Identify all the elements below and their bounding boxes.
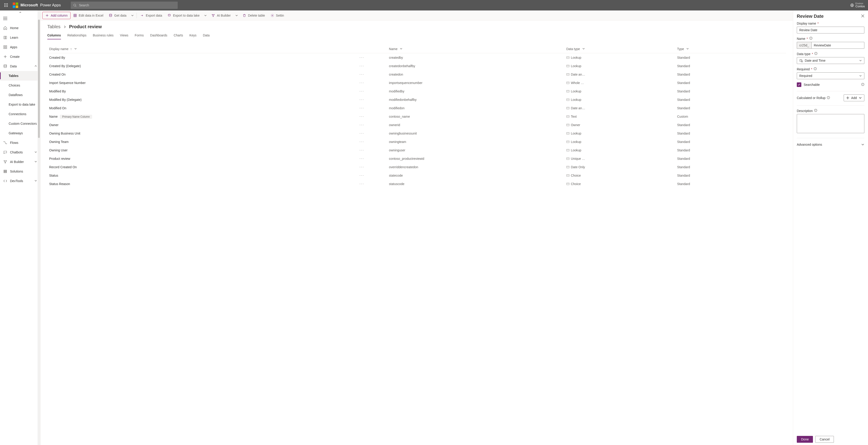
chevron-down-icon[interactable] — [582, 47, 585, 51]
row-actions-button[interactable]: ··· — [360, 97, 364, 102]
row-actions-button[interactable]: ··· — [360, 181, 364, 186]
nav-scroll-up[interactable] — [0, 10, 40, 14]
info-icon[interactable] — [814, 52, 817, 56]
nav-subitem-gateways[interactable]: Gateways — [0, 128, 40, 138]
panel-close-button[interactable] — [861, 14, 864, 18]
searchable-checkbox[interactable] — [797, 82, 801, 87]
nav-scrollbar[interactable] — [37, 10, 40, 445]
nav-item-create[interactable]: Create — [0, 52, 40, 61]
info-icon[interactable] — [814, 109, 817, 113]
nav-scrollbar-thumb[interactable] — [38, 20, 40, 138]
required-select[interactable]: Required — [797, 72, 864, 79]
row-actions-button[interactable]: ··· — [360, 173, 364, 178]
ai-builder-dropdown[interactable] — [234, 14, 240, 17]
export-data-button[interactable]: Export data — [138, 12, 165, 19]
chevron-down-icon[interactable] — [686, 47, 689, 51]
nav-item-apps[interactable]: Apps — [0, 42, 40, 52]
nav-item-home[interactable]: Home — [0, 23, 40, 33]
chevron-down-icon[interactable] — [74, 47, 77, 51]
table-row[interactable]: Created By (Delegate)···createdonbehalfb… — [47, 62, 786, 70]
nav-subitem-dataflows[interactable]: Dataflows — [0, 90, 40, 100]
nav-item-learn[interactable]: Learn — [0, 33, 40, 42]
description-textarea[interactable] — [797, 114, 864, 133]
nav-item-chatbots[interactable]: Chatbots — [0, 148, 40, 157]
tab-charts[interactable]: Charts — [174, 33, 183, 39]
row-actions-button[interactable]: ··· — [360, 114, 364, 119]
table-row[interactable]: Modified On···modifiedonDate an…Standard — [47, 104, 786, 112]
get-data-button[interactable]: Get data — [106, 12, 129, 19]
col-type-header[interactable]: Type — [675, 45, 786, 53]
breadcrumb-parent[interactable]: Tables — [47, 24, 61, 29]
col-datatype-header[interactable]: Data type — [564, 45, 675, 53]
nav-subitem-custom-connectors[interactable]: Custom Connectors — [0, 119, 40, 128]
tab-dashboards[interactable]: Dashboards — [150, 33, 167, 39]
tab-business-rules[interactable]: Business rules — [93, 33, 114, 39]
delete-table-button[interactable]: Delete table — [240, 12, 268, 19]
tab-columns[interactable]: Columns — [47, 33, 61, 39]
table-row[interactable]: Owning User···owninguserLookupStandard — [47, 146, 786, 154]
row-actions-button[interactable]: ··· — [360, 89, 364, 93]
table-row[interactable]: Record Created On···overriddencreatedonD… — [47, 163, 786, 171]
environment-picker[interactable]: Environ Contos — [856, 2, 865, 8]
ai-builder-button[interactable]: AI Builder — [209, 12, 234, 19]
nav-subitem-connections[interactable]: Connections — [0, 109, 40, 119]
data-type-select[interactable]: Date and Time — [797, 57, 864, 64]
chevron-down-icon[interactable] — [400, 47, 402, 51]
global-search[interactable] — [71, 2, 178, 9]
table-row[interactable]: Created By···createdbyLookupStandard — [47, 53, 786, 62]
table-row[interactable]: Product review···contoso_productreviewid… — [47, 154, 786, 163]
tab-views[interactable]: Views — [120, 33, 128, 39]
nav-collapse-button[interactable] — [0, 14, 40, 23]
export-to-datalake-dropdown[interactable] — [202, 14, 209, 17]
table-row[interactable]: Modified By···modifiedbyLookupStandard — [47, 87, 786, 95]
row-actions-button[interactable]: ··· — [360, 63, 364, 68]
display-name-input[interactable] — [797, 27, 864, 33]
col-name-header[interactable]: Name — [387, 45, 564, 53]
cancel-button[interactable]: Cancel — [815, 436, 834, 443]
advanced-options-toggle[interactable]: Advanced options — [797, 143, 864, 146]
table-row[interactable]: Modified By (Delegate)···modifiedonbehal… — [47, 95, 786, 104]
table-row[interactable]: Owning Business Unit···owningbusinessuni… — [47, 129, 786, 138]
tab-data[interactable]: Data — [203, 33, 210, 39]
nav-item-ai-builder[interactable]: AI Builder — [0, 157, 40, 167]
nav-subitem-choices[interactable]: Choices — [0, 81, 40, 90]
name-input[interactable] — [811, 42, 864, 49]
nav-subitem-tables[interactable]: Tables — [0, 71, 40, 81]
info-icon[interactable] — [827, 96, 830, 100]
table-row[interactable]: Owning Team···owningteamLookupStandard — [47, 138, 786, 146]
done-button[interactable]: Done — [797, 436, 813, 443]
tab-keys[interactable]: Keys — [189, 33, 196, 39]
export-to-datalake-button[interactable]: Export to data lake — [165, 12, 202, 19]
row-actions-button[interactable]: ··· — [360, 72, 364, 77]
row-actions-button[interactable]: ··· — [360, 165, 364, 169]
col-display-name-header[interactable]: Display name ↑ — [47, 45, 358, 53]
row-actions-button[interactable]: ··· — [360, 106, 364, 110]
search-input[interactable] — [79, 3, 176, 7]
nav-item-data[interactable]: Data — [0, 61, 40, 71]
table-row[interactable]: Created On···createdonDate an…Standard — [47, 70, 786, 79]
get-data-dropdown[interactable] — [129, 14, 135, 17]
edit-in-excel-button[interactable]: Edit data in Excel — [70, 12, 106, 19]
table-row[interactable]: NamePrimary Name Column···contoso_nameTe… — [47, 112, 786, 121]
nav-item-flows[interactable]: Flows — [0, 138, 40, 148]
row-actions-button[interactable]: ··· — [360, 80, 364, 85]
row-actions-button[interactable]: ··· — [360, 122, 364, 127]
table-row[interactable]: Owner···owneridOwnerStandard — [47, 121, 786, 129]
info-icon[interactable] — [814, 67, 817, 71]
add-column-button[interactable]: Add column — [42, 12, 70, 19]
row-actions-button[interactable]: ··· — [360, 131, 364, 136]
row-actions-button[interactable]: ··· — [360, 156, 364, 161]
nav-item-devtools[interactable]: DevTools — [0, 176, 40, 186]
row-actions-button[interactable]: ··· — [360, 148, 364, 152]
table-row[interactable]: Status···statecodeChoiceStandard — [47, 171, 786, 180]
tab-relationships[interactable]: Relationships — [67, 33, 87, 39]
nav-item-solutions[interactable]: Solutions — [0, 167, 40, 176]
row-actions-button[interactable]: ··· — [360, 55, 364, 60]
tab-forms[interactable]: Forms — [135, 33, 144, 39]
info-icon[interactable] — [861, 83, 864, 87]
nav-subitem-export-to-data-lake[interactable]: Export to data lake — [0, 100, 40, 109]
row-actions-button[interactable]: ··· — [360, 139, 364, 144]
settings-button[interactable]: Settin — [268, 12, 287, 19]
table-row[interactable]: Import Sequence Number···importsequencen… — [47, 79, 786, 87]
table-row[interactable]: Status Reason···statuscodeChoiceStandard — [47, 180, 786, 188]
